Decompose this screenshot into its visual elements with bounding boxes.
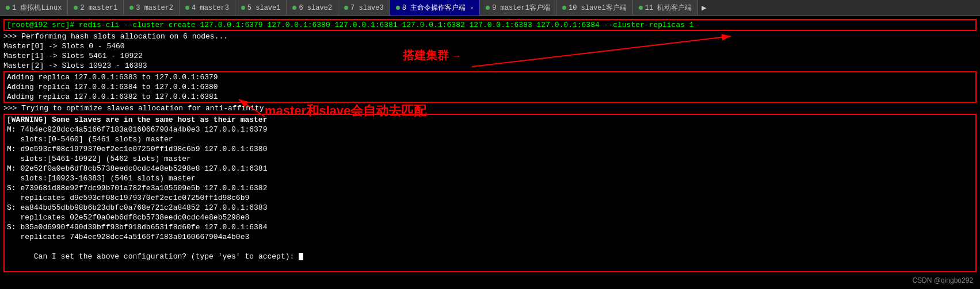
tab-2[interactable]: 2 master1 (68, 0, 124, 16)
tab-label-8: 8 主命令操作客户端 (402, 3, 466, 13)
watermark: CSDN @qingbo292 (912, 276, 973, 284)
tab-dot-9 (486, 6, 490, 10)
replica-section: Adding replica 127.0.0.1:6383 to 127.0.0… (3, 71, 977, 103)
tab-scroll-right[interactable]: ▶ (698, 0, 710, 16)
tab-dot-6 (292, 6, 296, 10)
tab-dot-1 (6, 6, 10, 10)
replica-line-2: Adding replica 127.0.0.1:6382 to 127.0.0… (7, 92, 973, 102)
tab-dot-3 (129, 6, 134, 10)
tab-dot-4 (185, 6, 189, 10)
info-line-7: replicates d9e593cf08c1979370ef2ec1e0725… (7, 193, 973, 203)
command-line: [root@192 src]# redis-cli --cluster crea… (7, 20, 973, 30)
cursor (299, 253, 303, 260)
tab-label-3: 3 master2 (136, 4, 173, 12)
info-line-0: M: 74b4ec928dcc4a5166f7183a0160667904a4b… (7, 125, 973, 134)
info-line-4: M: 02e52f0a0eb6df8cb5738eedc0cdc4e8eb529… (7, 164, 973, 174)
prompt-text: Can I set the above configuration? (type… (34, 252, 299, 261)
output-line-3: Master[2] -> Slots 10923 - 16383 (3, 61, 977, 71)
tab-label-11: 11 机动客户端 (645, 3, 692, 13)
prompt-line[interactable]: Can I set the above configuration? (type… (7, 242, 973, 271)
tab-dot-7 (344, 6, 348, 10)
output-line-1: Master[0] -> Slots 0 - 5460 (3, 41, 977, 51)
tab-label-6: 6 slave2 (299, 4, 332, 12)
tab-3[interactable]: 3 master2 (124, 0, 180, 16)
tab-7[interactable]: 7 slave3 (338, 0, 390, 16)
tab-dot-8 (396, 6, 400, 10)
tab-label-2: 2 master1 (80, 4, 117, 12)
output-line-0: >>> Performing hash slots allocation on … (3, 32, 977, 41)
warning-section: [WARNING] Some slaves are in the same ho… (3, 114, 977, 272)
tab-11[interactable]: 11 机动客户端 (633, 0, 699, 16)
tab-dot-2 (74, 6, 78, 10)
tab-label-1: 1 虚拟机Linux (12, 3, 62, 13)
tab-6[interactable]: 6 slave2 (287, 0, 338, 16)
command-section: [root@192 src]# redis-cli --cluster crea… (3, 19, 977, 31)
output-line-7: >>> Trying to optimize slaves allocation… (3, 103, 977, 113)
info-line-3: slots:[5461-10922] (5462 slots) master (7, 154, 973, 164)
replica-line-0: Adding replica 127.0.0.1:6383 to 127.0.0… (7, 72, 973, 82)
tab-label-4: 4 master3 (192, 4, 229, 12)
tab-8[interactable]: 8 主命令操作客户端 ✕ (390, 0, 480, 16)
replica-line-1: Adding replica 127.0.0.1:6384 to 127.0.0… (7, 82, 973, 92)
tab-close-8[interactable]: ✕ (470, 5, 474, 11)
tab-dot-10 (562, 6, 566, 10)
info-line-6: S: e739681d88e92f7dc99b701a782fe3a105509… (7, 183, 973, 193)
info-line-1: slots:[0-5460] (5461 slots) master (7, 134, 973, 144)
tab-bar: 1 虚拟机Linux 2 master1 3 master2 4 master3… (0, 0, 980, 16)
tab-dot-11 (639, 6, 643, 10)
tab-4[interactable]: 4 master3 (180, 0, 235, 16)
tab-dot-5 (241, 6, 245, 10)
info-line-2: M: d9e593cf08c1979370ef2ec1e07250ff1d98c… (7, 144, 973, 154)
tab-label-10: 10 slave1客户端 (569, 3, 627, 13)
warning-line: [WARNING] Some slaves are in the same ho… (7, 115, 973, 125)
output-line-2: Master[1] -> Slots 5461 - 10922 (3, 51, 977, 61)
tab-label-7: 7 slave3 (350, 4, 384, 12)
tab-label-9: 9 master1客户端 (492, 3, 550, 13)
info-line-5: slots:[10923-16383] (5461 slots) master (7, 174, 973, 183)
info-line-8: S: ea844bd55dbb98b6b23dbfc0a768e721c2a84… (7, 203, 973, 213)
tab-label-5: 5 slave1 (247, 4, 281, 12)
info-line-9: replicates 02e52f0a0eb6df8cb5738eedc0cdc… (7, 213, 973, 222)
info-line-10: S: b35a0d6990f490d39bff93bf918db6531f8d6… (7, 222, 973, 232)
terminal: [root@192 src]# redis-cli --cluster crea… (0, 16, 980, 289)
tab-1[interactable]: 1 虚拟机Linux (0, 0, 68, 16)
tab-10[interactable]: 10 slave1客户端 (556, 0, 633, 16)
tab-5[interactable]: 5 slave1 (235, 0, 287, 16)
info-line-11: replicates 74b4ec928dcc4a5166f7183a01606… (7, 232, 973, 242)
tab-9[interactable]: 9 master1客户端 (480, 0, 556, 16)
